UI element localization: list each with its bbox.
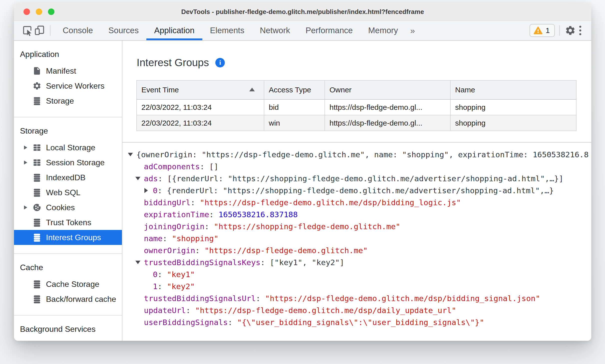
- devtools-toolbar: ConsoleSourcesApplicationElementsNetwork…: [14, 21, 591, 41]
- sidebar-item-cookies[interactable]: Cookies: [14, 200, 122, 215]
- column-header-event-time[interactable]: Event Time: [137, 80, 264, 99]
- table-row[interactable]: 22/03/2022, 11:03:24bidhttps://dsp-fledg…: [137, 99, 576, 115]
- tree-line: biddingUrl: "https://dsp-fledge-demo.gli…: [128, 196, 591, 208]
- tree-segment-plain: :: [191, 198, 200, 207]
- tab-application[interactable]: Application: [146, 21, 202, 40]
- tree-segment-string: "key1": [167, 270, 195, 279]
- tab-performance[interactable]: Performance: [298, 21, 360, 40]
- settings-gear-icon[interactable]: [564, 24, 576, 36]
- expand-arrow-icon[interactable]: [24, 146, 32, 150]
- expand-arrow-icon[interactable]: [24, 205, 32, 209]
- tree-line: name: "shopping": [128, 232, 591, 244]
- warning-count: 1: [546, 26, 550, 35]
- minimize-window-button[interactable]: [36, 8, 42, 15]
- tree-segment-string: "https://dsp-fledge-demo.glitch.me/dsp/b…: [265, 294, 540, 303]
- column-header-access-type[interactable]: Access Type: [264, 80, 325, 99]
- table-cell: shopping: [450, 115, 576, 131]
- collapse-arrow-icon[interactable]: [135, 177, 144, 180]
- database-icon: [32, 96, 41, 105]
- sidebar-item-local-storage[interactable]: Local Storage: [14, 140, 122, 155]
- device-toolbar-icon[interactable]: [33, 24, 45, 36]
- sidebar-item-storage[interactable]: Storage: [14, 93, 122, 108]
- maximize-window-button[interactable]: [48, 8, 54, 15]
- tree-segment-key: 0: [153, 270, 158, 279]
- database-icon: [32, 280, 41, 289]
- tree-segment-key: ads: [144, 174, 158, 183]
- devtools-window: DevTools - publisher-fledge-demo.glitch.…: [14, 3, 591, 341]
- sidebar-item-web-sql[interactable]: Web SQL: [14, 185, 122, 200]
- application-sidebar: ApplicationManifestService WorkersStorag…: [14, 41, 122, 341]
- issues-warning-badge[interactable]: 1: [530, 24, 555, 37]
- tab-network[interactable]: Network: [252, 21, 298, 40]
- tree-line: joiningOrigin: "https://shopping-fledge-…: [128, 220, 591, 232]
- sidebar-item-interest-groups[interactable]: Interest Groups: [14, 230, 122, 245]
- tree-segment-plain: :: [163, 234, 172, 243]
- sidebar-item-manifest[interactable]: Manifest: [14, 63, 122, 78]
- sidebar-section-title: Background Services: [14, 322, 122, 338]
- collapse-arrow-icon[interactable]: [128, 153, 136, 156]
- tree-line[interactable]: ads: [{renderUrl: "https://shopping-fled…: [128, 173, 591, 184]
- database-icon: [32, 218, 41, 227]
- tree-segment-number: 1650538216.837188: [219, 210, 298, 219]
- collapse-arrow-icon[interactable]: [135, 261, 144, 264]
- column-header-name[interactable]: Name: [450, 80, 576, 99]
- gear-icon: [32, 81, 41, 90]
- tree-segment-plain: :: [186, 306, 195, 315]
- expand-arrow-icon[interactable]: [24, 161, 32, 165]
- sidebar-item-back-forward-cache[interactable]: Back/forward cache: [14, 292, 122, 307]
- tree-segment-plain: :: [228, 318, 237, 327]
- sidebar-section-background-services: Background ServicesBackground Fetch: [14, 316, 122, 341]
- sidebar-item-label: Session Storage: [46, 158, 105, 167]
- tree-line: ownerOrigin: "https://dsp-fledge-demo.gl…: [128, 244, 591, 256]
- table-cell: shopping: [450, 99, 576, 115]
- tree-segment-key: 0: [153, 186, 158, 195]
- cookie-icon: [32, 203, 41, 212]
- sidebar-item-session-storage[interactable]: Session Storage: [14, 155, 122, 170]
- sidebar-item-trust-tokens[interactable]: Trust Tokens: [14, 215, 122, 230]
- info-icon[interactable]: i: [215, 58, 225, 67]
- file-icon: [32, 66, 41, 75]
- tree-line: updateUrl: "https://dsp-fledge-demo.glit…: [128, 304, 591, 316]
- table-cell: 22/03/2022, 11:03:24: [137, 115, 264, 131]
- sidebar-item-label: Manifest: [46, 66, 76, 76]
- sidebar-item-label: IndexedDB: [46, 173, 85, 182]
- sidebar-item-background-fetch[interactable]: Background Fetch: [14, 338, 122, 341]
- inspect-element-icon[interactable]: [21, 24, 33, 36]
- table-row[interactable]: 22/03/2022, 11:03:24winhttps://dsp-fledg…: [137, 115, 576, 131]
- tab-sources[interactable]: Sources: [101, 21, 146, 40]
- tab-console[interactable]: Console: [55, 21, 101, 40]
- sidebar-item-service-workers[interactable]: Service Workers: [14, 78, 122, 93]
- expand-arrow-icon[interactable]: [144, 188, 153, 193]
- toolbar-separator: [50, 25, 50, 36]
- sidebar-item-indexeddb[interactable]: IndexedDB: [14, 170, 122, 185]
- more-tabs-button[interactable]: »: [406, 21, 419, 40]
- database-icon: [32, 173, 41, 182]
- tree-segment-string: "key2": [167, 282, 195, 291]
- sidebar-item-label: Interest Groups: [46, 233, 101, 242]
- sidebar-item-label: Storage: [46, 96, 74, 106]
- warning-triangle-icon: [534, 26, 543, 35]
- more-options-icon[interactable]: [576, 26, 584, 35]
- tree-segment-plain: :: [209, 210, 218, 219]
- tree-segment-string: "https://shopping-fledge-demo.glitch.me": [214, 222, 400, 231]
- tree-segment-plain: :: [158, 282, 167, 291]
- sidebar-item-cache-storage[interactable]: Cache Storage: [14, 277, 122, 292]
- tree-line[interactable]: {ownerOrigin: "https://dsp-fledge-demo.g…: [128, 149, 591, 161]
- tree-line[interactable]: 0: {renderUrl: "https://shopping-fledge-…: [128, 184, 591, 196]
- tree-segment-plain: :: [205, 222, 214, 231]
- database-icon: [32, 295, 41, 304]
- interest-groups-table: Event TimeAccess TypeOwnerName 22/03/202…: [136, 80, 577, 131]
- tree-line: 0: "key1": [128, 268, 591, 280]
- tree-segment-plain: : [{renderUrl: "https://shopping-fledge-…: [158, 174, 564, 183]
- panel-tab-strip: ConsoleSourcesApplicationElementsNetwork…: [55, 21, 419, 40]
- sidebar-item-label: Web SQL: [46, 188, 80, 197]
- tab-elements[interactable]: Elements: [202, 21, 252, 40]
- database-icon: [32, 233, 41, 242]
- close-window-button[interactable]: [23, 8, 30, 15]
- tab-memory[interactable]: Memory: [360, 21, 406, 40]
- column-header-owner[interactable]: Owner: [325, 80, 450, 99]
- tree-segment-string: "https://dsp-fledge-demo.glitch.me": [205, 246, 368, 255]
- table-icon: [32, 158, 41, 167]
- sidebar-item-label: Back/forward cache: [46, 295, 116, 304]
- tree-line[interactable]: trustedBiddingSignalsKeys: ["key1", "key…: [128, 256, 591, 268]
